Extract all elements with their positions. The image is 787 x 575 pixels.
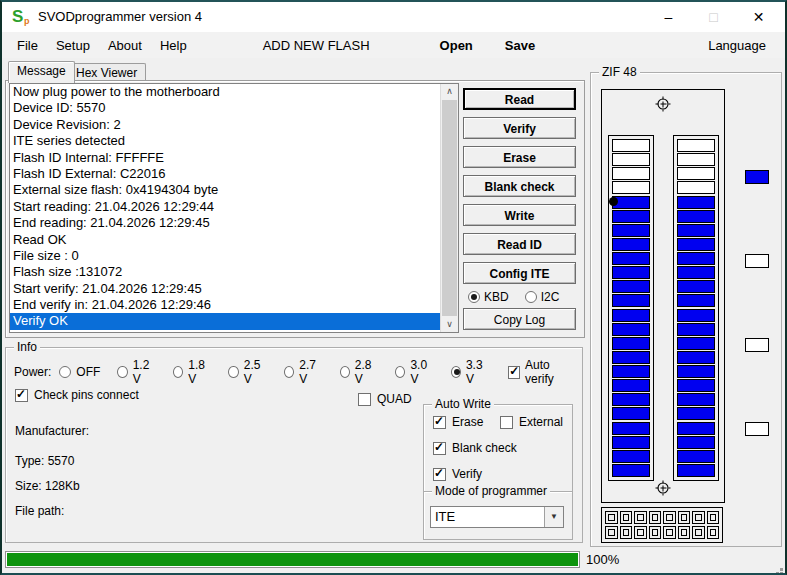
power-radio[interactable]: [228, 366, 238, 378]
resize-grip-icon[interactable]: [780, 568, 783, 571]
pin-connected: [612, 464, 650, 477]
i2c-radio[interactable]: [525, 291, 537, 303]
app-icon: S p: [12, 7, 32, 27]
power-radio[interactable]: [451, 366, 461, 378]
maximize-icon[interactable]: □: [691, 2, 736, 32]
menu-file[interactable]: File: [8, 38, 47, 53]
log-line[interactable]: End verify in: 21.04.2026 12:29:46: [10, 297, 441, 313]
external-checkbox[interactable]: [500, 416, 513, 429]
power-option-1-8-v: 1.8 V: [173, 358, 212, 386]
message-log-list[interactable]: Now plug power to the motherboardDevice …: [9, 83, 459, 333]
log-line[interactable]: ITE series detected: [10, 133, 441, 149]
log-line[interactable]: Device Revision: 2: [10, 117, 441, 133]
connector-pin: [692, 511, 705, 524]
pin-connected: [612, 365, 650, 378]
zif-indicator-off: [745, 254, 769, 268]
menu-about[interactable]: About: [99, 38, 151, 53]
log-line[interactable]: External size flash: 0x4194304 byte: [10, 182, 441, 198]
zif48-label: ZIF 48: [599, 65, 640, 79]
pin-connected: [677, 337, 715, 350]
interface-radio-group: KBD I2C: [468, 290, 576, 304]
log-line[interactable]: Read OK: [10, 232, 441, 248]
minimize-icon[interactable]: –: [646, 2, 691, 32]
menu-add-new-flash[interactable]: ADD NEW FLASH: [254, 38, 379, 53]
log-line[interactable]: Verify OK: [10, 313, 441, 329]
check-pins-checkbox[interactable]: [15, 389, 28, 402]
pin-connected: [612, 210, 650, 223]
log-line[interactable]: Flash ID External: C22016: [10, 166, 441, 182]
pin-empty: [612, 181, 650, 194]
power-radio[interactable]: [284, 366, 294, 378]
chevron-down-icon[interactable]: ▼: [544, 507, 563, 527]
menu-help[interactable]: Help: [151, 38, 196, 53]
scroll-down-icon[interactable]: ∨: [441, 317, 458, 332]
message-tab-page: Now plug power to the motherboardDevice …: [5, 80, 585, 338]
blank-check-checkbox[interactable]: [433, 442, 446, 455]
quad-label: QUAD: [377, 392, 412, 406]
erase-button[interactable]: Erase: [463, 146, 576, 168]
power-radio[interactable]: [173, 366, 183, 378]
power-radio[interactable]: [395, 366, 405, 378]
pin-connected: [677, 351, 715, 364]
zif-socket: [601, 89, 725, 503]
mode-combobox-value: ITE: [435, 509, 455, 524]
log-line[interactable]: End reading: 21.04.2026 12:29:45: [10, 215, 441, 231]
verify-checkbox[interactable]: [433, 468, 446, 481]
menu-setup[interactable]: Setup: [47, 38, 99, 53]
log-scrollbar[interactable]: ∧ ∨: [440, 84, 458, 332]
pin-connected: [677, 309, 715, 322]
connector-pin: [605, 511, 618, 524]
pin-connected: [677, 407, 715, 420]
write-button[interactable]: Write: [463, 204, 576, 226]
connector-pin: [649, 511, 662, 524]
check-pins-label: Check pins connect: [34, 388, 139, 402]
power-radio-label: 1.2 V: [133, 358, 156, 386]
menu-open[interactable]: Open: [431, 38, 482, 53]
kbd-radio[interactable]: [468, 291, 480, 303]
read-button[interactable]: Read: [463, 88, 576, 110]
pin-connected: [677, 294, 715, 307]
tab-hex-viewer[interactable]: Hex Viewer: [67, 63, 146, 81]
menu-language[interactable]: Language: [699, 38, 775, 53]
pin-empty: [677, 139, 715, 152]
log-line[interactable]: Start verify: 21.04.2026 12:29:45: [10, 281, 441, 297]
tab-message[interactable]: Message: [8, 61, 75, 83]
manufacturer-label: Manufacturer:: [15, 424, 89, 438]
scroll-up-icon[interactable]: ∧: [441, 84, 458, 99]
menu-save[interactable]: Save: [496, 38, 544, 53]
power-radio[interactable]: [117, 366, 127, 378]
log-line[interactable]: Device ID: 5570: [10, 100, 441, 116]
info-panel: Info Power: OFF1.2 V1.8 V2.5 V2.7 V2.8 V…: [5, 347, 583, 543]
pin-connected: [677, 365, 715, 378]
pin-connected: [677, 436, 715, 449]
power-radio[interactable]: [59, 366, 71, 378]
mode-combobox[interactable]: ITE ▼: [430, 506, 564, 528]
quad-checkbox[interactable]: [358, 393, 371, 406]
pin-connected: [612, 252, 650, 265]
connector-pin: [620, 511, 633, 524]
erase-checkbox[interactable]: [433, 416, 446, 429]
log-line[interactable]: Start reading: 21.04.2026 12:29:44: [10, 199, 441, 215]
log-line[interactable]: Flash size :131072: [10, 264, 441, 280]
auto-verify-checkbox[interactable]: [508, 366, 520, 379]
pin-connected: [612, 379, 650, 392]
log-line[interactable]: Flash ID Internal: FFFFFE: [10, 150, 441, 166]
pin-connected: [677, 266, 715, 279]
connector-pin: [663, 526, 676, 539]
pin-connected: [612, 224, 650, 237]
power-radio-label: 3.0 V: [410, 358, 433, 386]
type-value: Type: 5570: [15, 454, 74, 468]
copy-log-button[interactable]: Copy Log: [463, 308, 576, 330]
scroll-thumb[interactable]: [442, 100, 457, 316]
log-line[interactable]: Now plug power to the motherboard: [10, 84, 441, 100]
pin-connected: [612, 294, 650, 307]
read-id-button[interactable]: Read ID: [463, 233, 576, 255]
log-line[interactable]: File size : 0: [10, 248, 441, 264]
close-icon[interactable]: ✕: [736, 2, 781, 32]
pin-connected: [677, 464, 715, 477]
blank-check-button[interactable]: Blank check: [463, 175, 576, 197]
verify-button[interactable]: Verify: [463, 117, 576, 139]
power-radio[interactable]: [340, 366, 350, 378]
config-ite-button[interactable]: Config ITE: [463, 262, 576, 284]
pin-connected: [612, 450, 650, 463]
